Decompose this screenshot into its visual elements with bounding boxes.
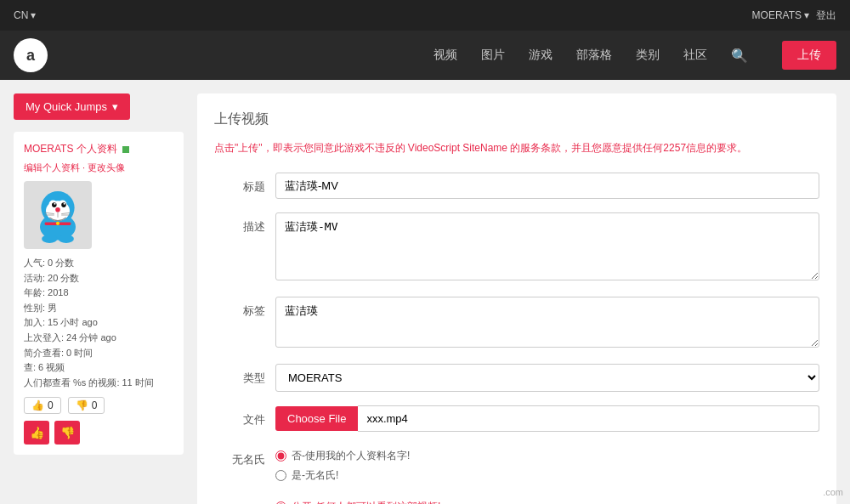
mainnav: a 视频 图片 游戏 部落格 类别 社区 🔍 上传 (0, 31, 850, 80)
watermark: .com (823, 487, 843, 497)
anon-field: 否-使用我的个人资料名字! 是-无名氏! (275, 445, 819, 483)
tag-label: 标签 (214, 297, 265, 319)
desc-input[interactable]: 蓝洁瑛-MV (275, 212, 819, 280)
choose-file-button[interactable]: Choose File (275, 406, 358, 431)
file-name-input[interactable] (358, 405, 819, 432)
quick-jumps-label: My Quick Jumps (26, 100, 107, 113)
vote-up-count: 👍 0 (24, 397, 61, 414)
vote-down-number: 0 (92, 399, 98, 411)
topbar-left: CN ▾ (14, 9, 36, 21)
action-buttons: 👍 👎 (24, 421, 173, 445)
anon-yes-option[interactable]: 是-无名氏! (275, 468, 819, 483)
site-logo: a (14, 38, 48, 72)
avatar (24, 181, 92, 249)
user-dropdown[interactable]: MOERATS ▾ (752, 9, 809, 21)
language-dropdown[interactable]: CN ▾ (14, 9, 36, 21)
file-row: 文件 Choose File (214, 405, 819, 432)
desc-label: 描述 (214, 212, 265, 235)
language-arrow: ▾ (31, 9, 36, 21)
anon-no-option[interactable]: 否-使用我的个人资料名字! (275, 449, 819, 463)
notice-text: 点击"上传"，即表示您同意此游戏不违反的 VideoScript SiteNam… (214, 140, 819, 156)
user-name: MOERATS (752, 9, 802, 21)
svg-point-18 (59, 235, 74, 243)
profile-card: MOERATS 个人资料 编辑个人资料 · 更改头像 (14, 132, 184, 455)
desc-field: 蓝洁瑛-MV (275, 212, 819, 283)
svg-point-7 (54, 203, 55, 205)
privacy-row: 隐私 公开-任何人都可以看到这部视频! 私人的-只有您的朋友可以看到这部视频! (214, 496, 819, 504)
file-label: 文件 (214, 405, 265, 428)
edit-links: 编辑个人资料 · 更改头像 (24, 161, 173, 174)
svg-point-9 (55, 207, 60, 212)
vote-up-number: 0 (48, 399, 54, 411)
file-field: Choose File (275, 405, 819, 432)
anon-row: 无名氏 否-使用我的个人资料名字! 是-无名氏! (214, 445, 819, 483)
nav-images[interactable]: 图片 (481, 48, 505, 63)
profile-header: MOERATS 个人资料 (24, 142, 173, 156)
topbar: CN ▾ MOERATS ▾ 登出 (0, 0, 850, 31)
tag-field: 蓝洁瑛 (275, 297, 819, 350)
content-area: My Quick Jumps ▾ MOERATS 个人资料 编辑个人资料 · 更… (0, 80, 850, 504)
svg-point-8 (64, 203, 65, 205)
type-field: MOERATS (275, 364, 819, 392)
title-row: 标题 (214, 173, 819, 199)
quick-jumps-arrow: ▾ (112, 100, 118, 113)
desc-row: 描述 蓝洁瑛-MV (214, 212, 819, 283)
info-activity: 活动: 20 分数 (24, 271, 173, 286)
tag-input[interactable]: 蓝洁瑛 (275, 297, 819, 348)
nav-community[interactable]: 社区 (683, 48, 707, 63)
topbar-right: MOERATS ▾ 登出 (752, 8, 836, 23)
title-label: 标题 (214, 173, 265, 195)
change-avatar-link[interactable]: 更改头像 (88, 162, 125, 173)
info-others-seen: 人们都查看 %s 的视频: 11 时间 (24, 376, 173, 391)
file-input-row: Choose File (275, 405, 819, 432)
thumbs-up-icon: 👍 (31, 399, 44, 411)
dislike-button[interactable]: 👎 (54, 421, 80, 445)
user-arrow: ▾ (804, 9, 809, 21)
privacy-label: 隐私 (214, 496, 265, 504)
privacy-field: 公开-任何人都可以看到这部视频! 私人的-只有您的朋友可以看到这部视频! (275, 496, 819, 504)
profile-name: MOERATS 个人资料 (24, 142, 117, 156)
anon-no-label: 否-使用我的个人资料名字! (292, 449, 410, 463)
type-label: 类型 (214, 364, 265, 386)
nav-links: 视频 图片 游戏 部落格 类别 社区 🔍 上传 (434, 41, 836, 70)
nav-videos[interactable]: 视频 (434, 48, 457, 63)
anon-yes-radio[interactable] (275, 470, 286, 481)
info-seen: 查: 6 视频 (24, 360, 173, 376)
privacy-public-label: 公开-任何人都可以看到这部视频! (292, 500, 440, 504)
privacy-public-option[interactable]: 公开-任何人都可以看到这部视频! (275, 500, 819, 504)
nav-blog[interactable]: 部落格 (576, 48, 612, 63)
search-button[interactable]: 🔍 (731, 48, 748, 64)
like-button[interactable]: 👍 (24, 421, 49, 445)
vote-down-count: 👎 0 (68, 397, 105, 414)
anon-label: 无名氏 (214, 445, 265, 467)
type-select[interactable]: MOERATS (275, 364, 819, 392)
thumbs-down-icon: 👎 (76, 399, 88, 411)
info-gender: 性别: 男 (24, 301, 173, 316)
type-row: 类型 MOERATS (214, 364, 819, 392)
info-popularity: 人气: 0 分数 (24, 256, 173, 271)
title-input[interactable] (275, 173, 819, 199)
logout-button[interactable]: 登出 (816, 8, 836, 23)
edit-profile-link[interactable]: 编辑个人资料 (24, 162, 80, 173)
avatar-image (28, 185, 88, 245)
anon-no-radio[interactable] (275, 450, 286, 462)
online-indicator (122, 146, 129, 153)
anon-yes-label: 是-无名氏! (292, 468, 338, 483)
info-last-login: 上次登入: 24 分钟 ago (24, 331, 173, 346)
quick-jumps-button[interactable]: My Quick Jumps ▾ (14, 93, 130, 120)
profile-info: 人气: 0 分数 活动: 20 分数 年龄: 2018 性别: 男 加入: 15… (24, 256, 173, 390)
nav-games[interactable]: 游戏 (529, 48, 552, 63)
vote-row: 👍 0 👎 0 (24, 397, 173, 414)
tag-row: 标签 蓝洁瑛 (214, 297, 819, 350)
sidebar: My Quick Jumps ▾ MOERATS 个人资料 编辑个人资料 · 更… (14, 93, 184, 504)
language-label: CN (14, 9, 28, 21)
svg-point-16 (56, 222, 60, 225)
nav-categories[interactable]: 类别 (636, 48, 660, 63)
privacy-radio-group: 公开-任何人都可以看到这部视频! 私人的-只有您的朋友可以看到这部视频! (275, 496, 819, 504)
svg-point-17 (42, 235, 57, 243)
anon-radio-group: 否-使用我的个人资料名字! 是-无名氏! (275, 445, 819, 483)
info-joined: 加入: 15 小时 ago (24, 315, 173, 331)
upload-nav-button[interactable]: 上传 (782, 41, 836, 70)
page-title: 上传视频 (214, 110, 819, 128)
main-content: 上传视频 点击"上传"，即表示您同意此游戏不违反的 VideoScript Si… (197, 93, 836, 504)
